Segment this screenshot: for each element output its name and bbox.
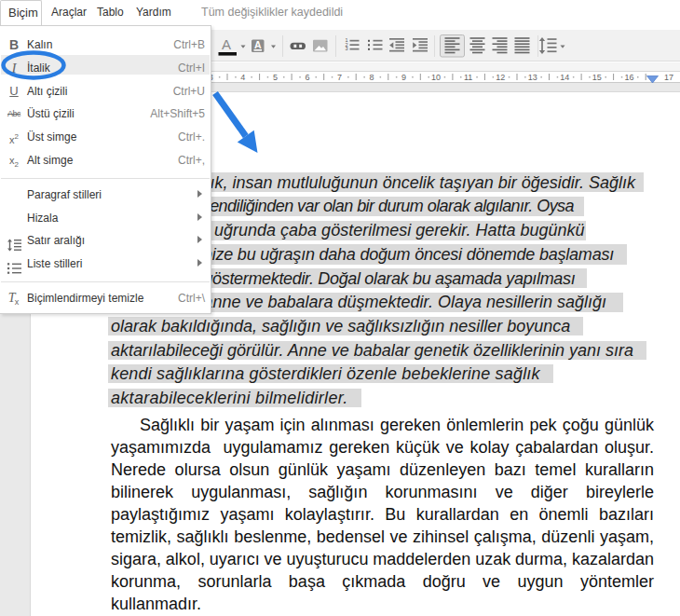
svg-text:11: 11	[464, 73, 472, 82]
svg-text:14: 14	[560, 73, 569, 82]
svg-text:A: A	[222, 36, 231, 52]
svg-text:16: 16	[624, 73, 633, 82]
svg-text:9: 9	[401, 73, 406, 82]
svg-text:8: 8	[369, 73, 374, 82]
svg-text:5: 5	[273, 73, 278, 82]
svg-text:15: 15	[592, 73, 602, 82]
svg-text:10: 10	[431, 73, 441, 82]
svg-text:17: 17	[664, 73, 673, 82]
svg-text:3: 3	[345, 46, 347, 51]
svg-text:6: 6	[305, 73, 309, 82]
svg-text:4: 4	[240, 73, 245, 82]
svg-text:A: A	[254, 39, 262, 50]
svg-text:13: 13	[528, 73, 537, 82]
svg-text:7: 7	[337, 73, 342, 82]
svg-text:12: 12	[496, 73, 505, 82]
